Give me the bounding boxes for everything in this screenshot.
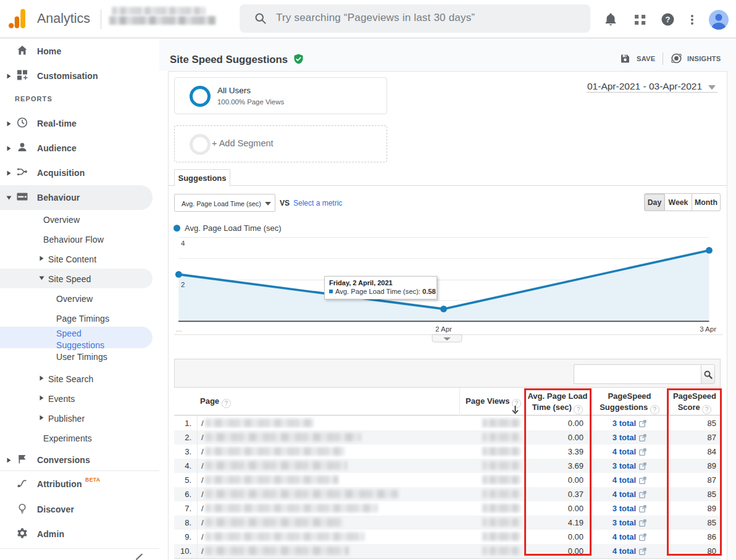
svg-text:?: ? xyxy=(666,15,671,24)
svg-text:2: 2 xyxy=(181,281,185,288)
svg-text:3 Apr: 3 Apr xyxy=(700,325,716,333)
svg-text:4: 4 xyxy=(181,240,185,247)
svg-text:2 Apr: 2 Apr xyxy=(435,325,452,333)
svg-text:...: ... xyxy=(176,325,182,333)
